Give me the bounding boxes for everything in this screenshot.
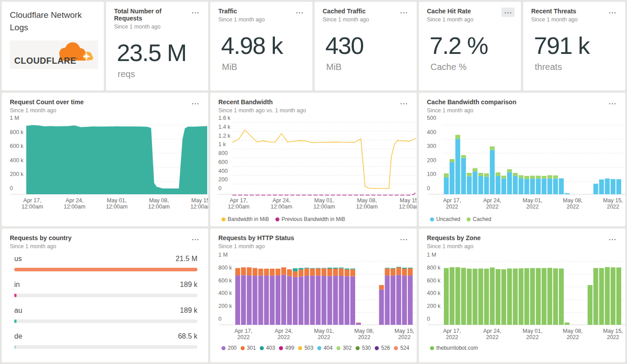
- bar-Uncached[interactable]: [599, 180, 604, 194]
- bar-Cached[interactable]: [455, 135, 460, 139]
- bar-Cached[interactable]: [536, 176, 541, 179]
- bar-403[interactable]: [390, 268, 395, 269]
- bar-301[interactable]: [258, 269, 263, 275]
- ellipsis-menu-icon[interactable]: ...: [397, 234, 410, 244]
- bar-403[interactable]: [293, 268, 298, 271]
- zone-chart[interactable]: 1 M800 k600 k400 k200 k0Apr 17,2022Apr 2…: [419, 249, 625, 342]
- bar-Cached[interactable]: [525, 176, 529, 179]
- bar-Uncached[interactable]: [541, 179, 546, 194]
- bar-200[interactable]: [356, 323, 361, 325]
- legend-item[interactable]: Previous Bandwidth in MiB: [275, 216, 345, 222]
- bar-theburritobot.com[interactable]: [444, 268, 449, 325]
- bar-theburritobot.com[interactable]: [536, 268, 541, 325]
- bar-301[interactable]: [316, 268, 321, 275]
- ellipsis-menu-icon[interactable]: ...: [606, 8, 619, 17]
- legend-item[interactable]: Uncached: [430, 216, 460, 222]
- bar-403[interactable]: [350, 269, 355, 270]
- bar-Cached[interactable]: [513, 173, 518, 176]
- legend-item[interactable]: Bandwidth in MiB: [221, 216, 269, 222]
- bar-theburritobot.com[interactable]: [484, 269, 489, 325]
- bar-Uncached[interactable]: [559, 179, 564, 195]
- bar-200[interactable]: [253, 276, 258, 325]
- legend-item[interactable]: 530: [356, 345, 371, 351]
- ellipsis-menu-icon[interactable]: ...: [501, 8, 515, 17]
- bar-200[interactable]: [287, 276, 292, 325]
- bar-301[interactable]: [253, 268, 258, 276]
- bar-301[interactable]: [339, 268, 344, 276]
- bar-Cached[interactable]: [490, 147, 495, 150]
- bar-Uncached[interactable]: [536, 179, 541, 194]
- bar-200[interactable]: [390, 276, 395, 325]
- bar-301[interactable]: [241, 267, 246, 275]
- bar-Uncached[interactable]: [450, 162, 455, 194]
- bar-200[interactable]: [247, 275, 252, 325]
- bar-Uncached[interactable]: [605, 179, 610, 194]
- legend-item[interactable]: theburritobot.com: [430, 345, 478, 351]
- bar-200[interactable]: [408, 275, 413, 325]
- ellipsis-menu-icon[interactable]: ...: [189, 234, 202, 244]
- bar-301[interactable]: [304, 268, 309, 276]
- bar-theburritobot.com[interactable]: [507, 269, 512, 325]
- bar-403[interactable]: [328, 268, 332, 269]
- bar-theburritobot.com[interactable]: [553, 268, 558, 325]
- bar-theburritobot.com[interactable]: [611, 267, 615, 325]
- bar-Uncached[interactable]: [594, 184, 598, 195]
- bar-theburritobot.com[interactable]: [455, 267, 460, 325]
- bar-301[interactable]: [281, 267, 286, 275]
- bar-theburritobot.com[interactable]: [496, 269, 500, 325]
- bar-200[interactable]: [281, 275, 286, 325]
- bar-Cached[interactable]: [553, 176, 558, 179]
- bar-theburritobot.com[interactable]: [490, 268, 495, 325]
- bar-301[interactable]: [333, 269, 338, 276]
- ellipsis-menu-icon[interactable]: ...: [189, 8, 202, 17]
- bar-301[interactable]: [328, 269, 332, 276]
- bar-200[interactable]: [241, 275, 246, 325]
- bar-theburritobot.com[interactable]: [525, 268, 529, 325]
- bar-theburritobot.com[interactable]: [519, 268, 524, 325]
- ellipsis-menu-icon[interactable]: ...: [189, 98, 202, 108]
- bar-Uncached[interactable]: [525, 179, 529, 194]
- bar-Cached[interactable]: [496, 172, 500, 176]
- http-status-chart[interactable]: 1 M800 k600 k400 k200 k0Apr 17,2022Apr 2…: [210, 249, 417, 342]
- bar-403[interactable]: [316, 268, 321, 269]
- bar-301[interactable]: [293, 271, 298, 277]
- bar-theburritobot.com[interactable]: [547, 268, 552, 325]
- bar-301[interactable]: [396, 267, 401, 275]
- bar-301[interactable]: [275, 269, 280, 275]
- bar-200[interactable]: [379, 290, 384, 325]
- bar-200[interactable]: [344, 276, 349, 325]
- bar-301[interactable]: [310, 269, 315, 276]
- bar-Uncached[interactable]: [547, 179, 552, 194]
- legend-item[interactable]: 200: [221, 345, 237, 351]
- bar-Uncached[interactable]: [616, 179, 621, 194]
- bar-Uncached[interactable]: [455, 139, 460, 194]
- bar-theburritobot.com[interactable]: [594, 268, 598, 325]
- bar-theburritobot.com[interactable]: [450, 267, 455, 325]
- bar-theburritobot.com[interactable]: [565, 323, 570, 325]
- ellipsis-menu-icon[interactable]: ...: [397, 8, 410, 17]
- ellipsis-menu-icon[interactable]: ...: [397, 98, 410, 108]
- bar-theburritobot.com[interactable]: [513, 269, 518, 325]
- bar-301[interactable]: [299, 270, 303, 276]
- bar-Uncached[interactable]: [513, 176, 518, 194]
- bar-301[interactable]: [264, 269, 269, 275]
- bar-Uncached[interactable]: [461, 158, 466, 195]
- bar-Cached[interactable]: [461, 155, 466, 158]
- bar-Cached[interactable]: [467, 173, 472, 176]
- bar-theburritobot.com[interactable]: [541, 268, 546, 325]
- legend-item[interactable]: 404: [317, 345, 332, 351]
- legend-item[interactable]: 524: [394, 345, 409, 351]
- bar-Cached[interactable]: [501, 176, 506, 179]
- bar-Uncached[interactable]: [519, 178, 524, 194]
- bar-Cached[interactable]: [484, 173, 489, 177]
- bar-403[interactable]: [408, 268, 413, 268]
- bar-200[interactable]: [322, 276, 327, 325]
- bar-301[interactable]: [379, 285, 384, 290]
- bar-Cached[interactable]: [444, 173, 449, 177]
- bar-200[interactable]: [328, 276, 332, 325]
- bar-301[interactable]: [385, 268, 390, 275]
- bar-Uncached[interactable]: [444, 177, 449, 194]
- bar-301[interactable]: [390, 269, 395, 276]
- legend-item[interactable]: 403: [260, 345, 275, 351]
- bar-Uncached[interactable]: [565, 193, 570, 195]
